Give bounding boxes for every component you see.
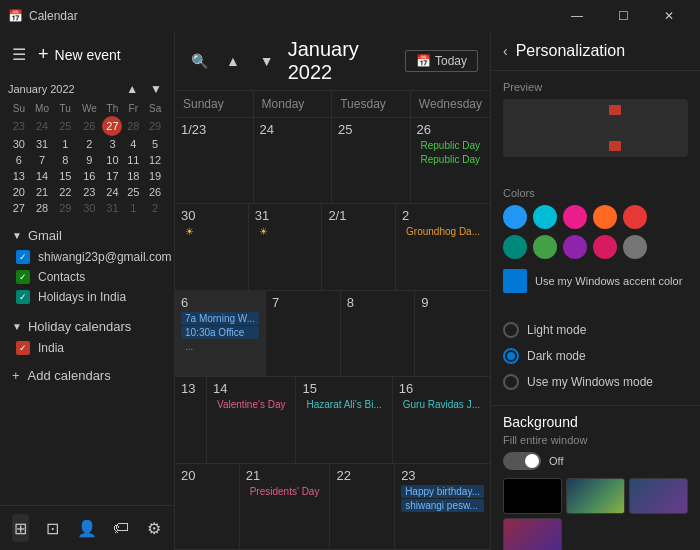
mini-cal-cell[interactable]: 19 bbox=[144, 168, 166, 184]
mini-cal-cell[interactable]: 20 bbox=[8, 184, 30, 200]
mini-cal-cell[interactable]: 6 bbox=[8, 152, 30, 168]
mini-cal-cell[interactable]: 28 bbox=[122, 116, 144, 136]
accent-color-option[interactable]: Use my Windows accent color bbox=[503, 265, 688, 297]
cal-cell-2-1[interactable]: 2/1 bbox=[322, 204, 396, 289]
mini-cal-cell[interactable]: 31 bbox=[102, 200, 122, 216]
mini-cal-cell[interactable]: 26 bbox=[76, 116, 102, 136]
mini-cal-cell[interactable]: 9 bbox=[76, 152, 102, 168]
mini-cal-cell[interactable]: 10 bbox=[102, 152, 122, 168]
cal-cell-8[interactable]: 8 bbox=[341, 291, 416, 376]
mini-cal-today[interactable]: 27 bbox=[102, 116, 122, 136]
panel-back-button[interactable]: ‹ bbox=[503, 43, 508, 59]
mini-cal-cell[interactable]: 5 bbox=[144, 136, 166, 152]
mini-cal-cell[interactable]: 1 bbox=[122, 200, 144, 216]
cal-cell-6[interactable]: 6 7a Morning W... 10:30a Office ... bbox=[175, 291, 266, 376]
mini-cal-cell[interactable]: 28 bbox=[30, 200, 55, 216]
bg-thumb-abstract1[interactable] bbox=[629, 478, 688, 514]
tag-icon[interactable]: 🏷 bbox=[113, 514, 130, 542]
sidebar-item-india[interactable]: ✓ India bbox=[8, 338, 166, 358]
color-swatch-pink[interactable] bbox=[563, 205, 587, 229]
dark-mode-option[interactable]: Dark mode bbox=[503, 343, 688, 369]
cal-cell-14[interactable]: 14 Valentine's Day bbox=[207, 377, 296, 462]
mini-cal-cell[interactable]: 13 bbox=[8, 168, 30, 184]
cal-cell-13[interactable]: 13 bbox=[175, 377, 207, 462]
event-republic-day-2[interactable]: Republic Day bbox=[417, 153, 484, 166]
mini-cal-cell[interactable]: 29 bbox=[144, 116, 166, 136]
mini-cal-cell[interactable]: 24 bbox=[102, 184, 122, 200]
mini-cal-cell[interactable]: 25 bbox=[54, 116, 76, 136]
event-presidents[interactable]: Presidents' Day bbox=[246, 485, 324, 498]
color-swatch-purple[interactable] bbox=[563, 235, 587, 259]
mini-cal-cell[interactable]: 8 bbox=[54, 152, 76, 168]
mini-cal-cell[interactable]: 3 bbox=[102, 136, 122, 152]
settings-icon[interactable]: ⚙ bbox=[146, 514, 163, 542]
mini-cal-cell[interactable]: 26 bbox=[144, 184, 166, 200]
sidebar-item-holidays-india[interactable]: ✓ Holidays in India bbox=[8, 287, 166, 307]
event-guru[interactable]: Guru Ravidas J... bbox=[399, 398, 484, 411]
bg-thumb-landscape[interactable] bbox=[566, 478, 625, 514]
gmail-group-header[interactable]: ▼ Gmail bbox=[8, 224, 166, 247]
color-swatch-teal[interactable] bbox=[503, 235, 527, 259]
mini-cal-cell[interactable]: 25 bbox=[122, 184, 144, 200]
event-hazarat[interactable]: Hazarat Ali's Bi... bbox=[302, 398, 385, 411]
mini-cal-cell[interactable]: 2 bbox=[144, 200, 166, 216]
cal-cell-15[interactable]: 15 Hazarat Ali's Bi... bbox=[296, 377, 392, 462]
mini-cal-cell[interactable]: 1 bbox=[54, 136, 76, 152]
mini-cal-cell[interactable]: 31 bbox=[30, 136, 55, 152]
dark-mode-radio[interactable] bbox=[503, 348, 519, 364]
cal-cell-2[interactable]: 2 Groundhog Da... bbox=[396, 204, 490, 289]
cal-cell-1-23[interactable]: 1/23 bbox=[175, 118, 254, 203]
hamburger-icon[interactable]: ☰ bbox=[12, 45, 26, 64]
color-swatch-red[interactable] bbox=[623, 205, 647, 229]
mini-cal-cell[interactable]: 12 bbox=[144, 152, 166, 168]
mini-cal-cell[interactable]: 2 bbox=[76, 136, 102, 152]
bg-thumb-black[interactable] bbox=[503, 478, 562, 514]
event-shiwangi[interactable]: shiwangi pesw... bbox=[401, 499, 484, 512]
add-calendars-button[interactable]: + Add calendars bbox=[0, 362, 174, 389]
mini-cal-next[interactable]: ▼ bbox=[146, 81, 166, 97]
color-swatch-magenta[interactable] bbox=[593, 235, 617, 259]
calendar-view-icon[interactable]: ⊞ bbox=[12, 514, 29, 542]
cal-cell-24[interactable]: 24 bbox=[254, 118, 333, 203]
cal-cell-21[interactable]: 21 Presidents' Day bbox=[240, 464, 331, 549]
windows-mode-radio[interactable] bbox=[503, 374, 519, 390]
fill-toggle[interactable] bbox=[503, 452, 541, 470]
cal-cell-9[interactable]: 9 bbox=[415, 291, 490, 376]
windows-mode-option[interactable]: Use my Windows mode bbox=[503, 369, 688, 395]
cal-cell-30[interactable]: 30 ☀ bbox=[175, 204, 249, 289]
mini-cal-cell[interactable]: 4 bbox=[122, 136, 144, 152]
people-icon[interactable]: 👤 bbox=[77, 514, 97, 542]
event-groundhog[interactable]: Groundhog Da... bbox=[402, 225, 484, 238]
cal-cell-31[interactable]: 31 ☀ bbox=[249, 204, 323, 289]
sidebar-item-contacts[interactable]: ✓ Contacts bbox=[8, 267, 166, 287]
color-swatch-green[interactable] bbox=[533, 235, 557, 259]
mini-cal-cell[interactable]: 21 bbox=[30, 184, 55, 200]
color-swatch-blue[interactable] bbox=[503, 205, 527, 229]
maximize-button[interactable]: ☐ bbox=[600, 0, 646, 32]
mini-cal-cell[interactable]: 22 bbox=[54, 184, 76, 200]
close-button[interactable]: ✕ bbox=[646, 0, 692, 32]
light-mode-radio[interactable] bbox=[503, 322, 519, 338]
mini-cal-cell[interactable]: 7 bbox=[30, 152, 55, 168]
mini-cal-cell[interactable]: 23 bbox=[76, 184, 102, 200]
color-swatch-orange[interactable] bbox=[593, 205, 617, 229]
cal-cell-22[interactable]: 22 bbox=[330, 464, 395, 549]
event-more[interactable]: ... bbox=[181, 340, 259, 353]
mini-cal-cell[interactable]: 11 bbox=[122, 152, 144, 168]
holiday-group-header[interactable]: ▼ Holiday calendars bbox=[8, 315, 166, 338]
bg-thumb-abstract2[interactable] bbox=[503, 518, 562, 550]
mini-cal-cell[interactable]: 17 bbox=[102, 168, 122, 184]
color-swatch-gray[interactable] bbox=[623, 235, 647, 259]
cal-cell-7[interactable]: 7 bbox=[266, 291, 341, 376]
mini-cal-cell[interactable]: 18 bbox=[122, 168, 144, 184]
minimize-button[interactable]: — bbox=[554, 0, 600, 32]
light-mode-option[interactable]: Light mode bbox=[503, 317, 688, 343]
event-birthday[interactable]: Happy birthday... bbox=[401, 485, 484, 498]
today-button[interactable]: 📅 Today bbox=[405, 50, 478, 72]
mini-cal-cell[interactable]: 16 bbox=[76, 168, 102, 184]
mini-cal-cell[interactable]: 30 bbox=[76, 200, 102, 216]
sidebar-item-gmail[interactable]: ✓ shiwangi23p@gmail.com bbox=[8, 247, 166, 267]
event-valentines[interactable]: Valentine's Day bbox=[213, 398, 289, 411]
cal-cell-16[interactable]: 16 Guru Ravidas J... bbox=[393, 377, 490, 462]
color-swatch-cyan[interactable] bbox=[533, 205, 557, 229]
